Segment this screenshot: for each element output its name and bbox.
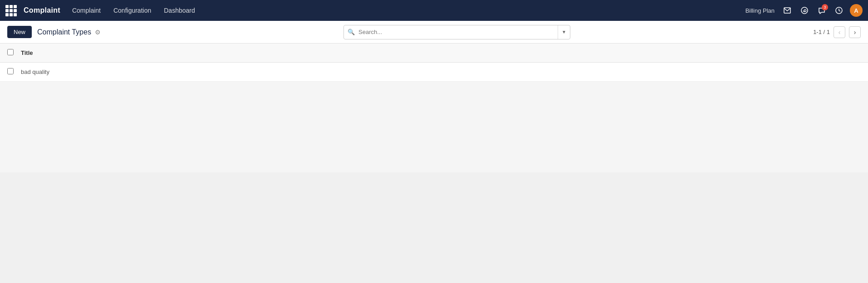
pagination: 1-1 / 1 ‹ › <box>813 26 861 38</box>
menu-item-dashboard[interactable]: Dashboard <box>159 5 200 16</box>
whatsapp-icon-button[interactable] <box>798 4 811 17</box>
navbar: Complaint Complaint Configuration Dashbo… <box>0 0 868 21</box>
subheader: New Complaint Types ⚙ 🔍 ▼ 1-1 / 1 ‹ › <box>0 21 868 44</box>
navbar-left: Complaint Complaint Configuration Dashbo… <box>5 5 738 16</box>
column-title-header: Title <box>21 49 861 56</box>
row-title-text: bad quality <box>21 68 861 75</box>
table-row[interactable]: bad quality <box>0 63 868 82</box>
table-container: Title bad quality <box>0 44 868 82</box>
search-area: 🔍 ▼ <box>343 25 570 39</box>
chat-icon-button[interactable]: 3 <box>815 4 828 17</box>
pagination-prev-button[interactable]: ‹ <box>834 26 845 38</box>
navbar-menu: Complaint Configuration Dashboard <box>68 5 200 16</box>
empty-area <box>0 82 868 172</box>
app-brand: Complaint <box>24 6 60 15</box>
row-checkbox[interactable] <box>7 68 14 74</box>
menu-item-configuration[interactable]: Configuration <box>109 5 156 16</box>
select-all-checkbox[interactable] <box>7 49 14 55</box>
svg-rect-0 <box>784 8 790 13</box>
email-icon-button[interactable] <box>781 4 794 17</box>
chat-badge: 3 <box>822 4 828 10</box>
subheader-left: New Complaint Types ⚙ <box>7 26 101 38</box>
page-title-text: Complaint Types <box>37 28 91 36</box>
search-icon: 🔍 <box>344 29 358 35</box>
search-dropdown-button[interactable]: ▼ <box>558 25 570 39</box>
user-avatar[interactable]: A <box>850 4 863 17</box>
page-title: Complaint Types ⚙ <box>37 28 101 36</box>
settings-icon[interactable]: ⚙ <box>95 29 101 36</box>
new-button[interactable]: New <box>7 26 32 38</box>
header-checkbox-cell <box>7 49 21 57</box>
svg-point-1 <box>801 7 808 14</box>
clock-icon-button[interactable] <box>833 4 845 17</box>
table-header: Title <box>0 44 868 63</box>
navbar-right: Billing Plan 3 A <box>745 4 863 17</box>
menu-item-complaint[interactable]: Complaint <box>68 5 105 16</box>
search-input[interactable] <box>358 29 558 35</box>
row-checkbox-cell <box>7 68 21 76</box>
main-content: Title bad quality <box>0 44 868 283</box>
search-wrapper: 🔍 ▼ <box>343 25 570 39</box>
billing-label: Billing Plan <box>745 7 775 14</box>
pagination-next-button[interactable]: › <box>849 26 861 38</box>
grid-menu-icon[interactable] <box>5 5 16 16</box>
pagination-text: 1-1 / 1 <box>813 29 830 35</box>
